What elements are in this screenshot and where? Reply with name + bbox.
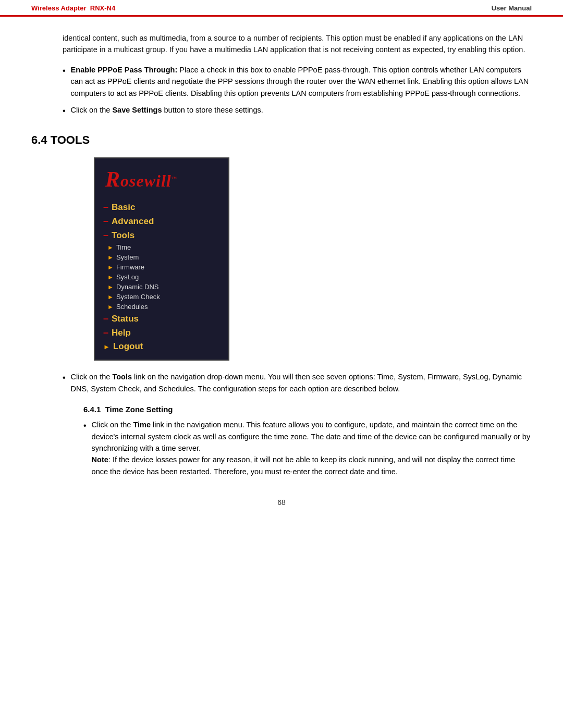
menu-logout-label: Logout bbox=[113, 341, 143, 352]
menu-help-label: Help bbox=[112, 328, 131, 338]
menu-item-help[interactable]: – Help bbox=[95, 326, 228, 340]
menu-logo-text: Rosewill™ bbox=[105, 167, 218, 192]
menu-items-list: – Basic – Advanced – Tools ► Time ► Syst… bbox=[95, 197, 228, 360]
menu-schedules-label: Schedules bbox=[116, 303, 148, 311]
tools-suffix: link on the navigation drop-down menu. Y… bbox=[71, 373, 522, 392]
subsection-number: 6.4.1 bbox=[83, 405, 101, 414]
arrow-icon: ► bbox=[107, 283, 114, 291]
menu-system-label: System bbox=[116, 253, 139, 261]
page-content: identical content, such as multimedia, f… bbox=[0, 17, 563, 522]
save-prefix: Click on the bbox=[71, 106, 113, 114]
dash-icon: – bbox=[103, 327, 108, 338]
tools-link: Tools bbox=[112, 373, 132, 381]
menu-item-logout[interactable]: ► Logout bbox=[95, 340, 228, 353]
arrow-icon: ► bbox=[107, 264, 114, 271]
list-item: Click on the Tools link on the navigatio… bbox=[63, 371, 532, 394]
subsection-title: Time Zone Setting bbox=[105, 405, 173, 414]
header-manual-label: User Manual bbox=[492, 4, 532, 12]
list-item: Click on the Time link in the navigation… bbox=[83, 419, 532, 477]
dash-icon: – bbox=[103, 230, 108, 241]
menu-item-basic[interactable]: – Basic bbox=[95, 200, 228, 214]
menu-time-label: Time bbox=[116, 243, 131, 251]
menu-subitem-firmware[interactable]: ► Firmware bbox=[95, 262, 228, 272]
header-product-name: Wireless Adapter bbox=[31, 4, 87, 12]
subsection-bullets: Click on the Time link in the navigation… bbox=[83, 419, 532, 477]
header-model: RNX-N4 bbox=[90, 4, 115, 12]
tools-bullet-list: Click on the Tools link on the navigatio… bbox=[63, 371, 532, 394]
menu-advanced-label: Advanced bbox=[112, 216, 154, 227]
subsection-641: 6.4.1 Time Zone Setting Click on the Tim… bbox=[83, 405, 532, 477]
dash-icon: – bbox=[103, 216, 108, 227]
menu-item-status[interactable]: – Status bbox=[95, 312, 228, 326]
menu-syslog-label: SysLog bbox=[116, 273, 139, 281]
arrow-icon: ► bbox=[107, 274, 114, 281]
note-label: Note bbox=[92, 455, 108, 464]
list-item: Click on the Save Settings button to sto… bbox=[63, 104, 532, 118]
note-text: : If the device losses power for any rea… bbox=[92, 455, 515, 475]
pppoe-label: Enable PPPoE Pass Through: bbox=[71, 66, 178, 74]
time-link: Time bbox=[133, 421, 151, 429]
menu-subitem-syslog[interactable]: ► SysLog bbox=[95, 272, 228, 282]
section-number: 6.4 bbox=[31, 133, 47, 146]
header-product: Wireless Adapter RNX-N4 bbox=[31, 4, 115, 12]
arrow-icon: ► bbox=[107, 244, 114, 251]
time-bullet-content: Click on the Time link in the navigation… bbox=[92, 419, 532, 477]
menu-firmware-label: Firmware bbox=[116, 263, 144, 271]
menu-system-check-label: System Check bbox=[116, 293, 160, 301]
menu-subitem-schedules[interactable]: ► Schedules bbox=[95, 302, 228, 312]
subsection-heading: 6.4.1 Time Zone Setting bbox=[83, 405, 532, 414]
menu-basic-label: Basic bbox=[112, 202, 135, 213]
tools-bullet-content: Click on the Tools link on the navigatio… bbox=[71, 371, 532, 394]
save-label: Save Settings bbox=[112, 106, 162, 114]
menu-logo-area: Rosewill™ bbox=[95, 158, 228, 197]
save-settings-bullet: Click on the Save Settings button to sto… bbox=[71, 104, 532, 116]
section-heading: 6.4 TOOLS bbox=[31, 133, 532, 147]
menu-status-label: Status bbox=[112, 314, 139, 324]
dash-icon: – bbox=[103, 202, 108, 213]
menu-subitem-dynamic-dns[interactable]: ► Dynamic DNS bbox=[95, 282, 228, 292]
tools-prefix: Click on the bbox=[71, 373, 113, 381]
menu-subitem-system-check[interactable]: ► System Check bbox=[95, 292, 228, 302]
time-prefix: Click on the bbox=[92, 421, 133, 429]
navigation-menu-image: Rosewill™ – Basic – Advanced – Tools ► T… bbox=[94, 157, 229, 361]
tools-description: Click on the Tools link on the navigatio… bbox=[63, 371, 532, 394]
menu-dynamic-dns-label: Dynamic DNS bbox=[116, 283, 159, 291]
menu-subitem-time[interactable]: ► Time bbox=[95, 242, 228, 252]
arrow-icon: ► bbox=[107, 303, 114, 311]
time-suffix: link in the navigation menu. This featur… bbox=[92, 421, 531, 452]
pppoe-bullet-text: Enable PPPoE Pass Through: Place a check… bbox=[71, 64, 532, 99]
arrow-icon: ► bbox=[107, 254, 114, 261]
arrow-icon: ► bbox=[107, 293, 114, 301]
arrow-icon: ► bbox=[103, 343, 110, 351]
menu-tools-label: Tools bbox=[112, 230, 134, 241]
page-number: 68 bbox=[31, 498, 532, 507]
page-header: Wireless Adapter RNX-N4 User Manual bbox=[0, 0, 563, 17]
menu-subitem-system[interactable]: ► System bbox=[95, 252, 228, 262]
intro-bullets: Enable PPPoE Pass Through: Place a check… bbox=[63, 64, 532, 118]
menu-item-advanced[interactable]: – Advanced bbox=[95, 214, 228, 228]
menu-item-tools[interactable]: – Tools bbox=[95, 228, 228, 242]
section-title: TOOLS bbox=[51, 133, 90, 146]
dash-icon: – bbox=[103, 313, 108, 324]
intro-paragraph: identical content, such as multimedia, f… bbox=[63, 32, 532, 56]
save-suffix: button to store these settings. bbox=[162, 106, 263, 114]
list-item: Enable PPPoE Pass Through: Place a check… bbox=[63, 64, 532, 99]
